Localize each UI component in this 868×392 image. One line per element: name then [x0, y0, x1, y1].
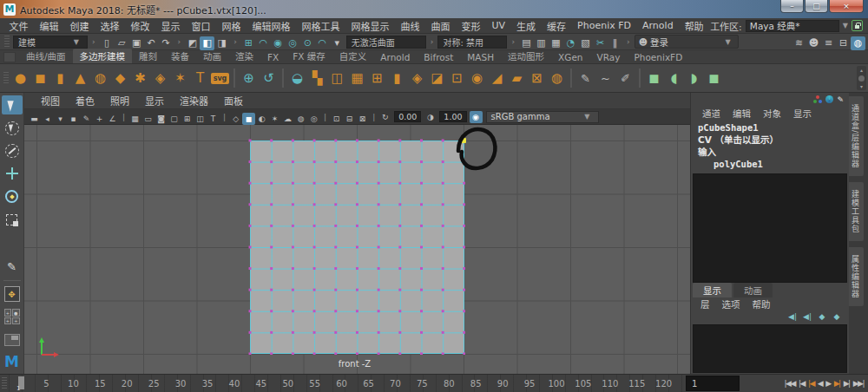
symmetry-field[interactable]: 对称: 禁用 [437, 36, 507, 49]
display-toggle-icon[interactable] [813, 95, 822, 103]
new-empty-layer-icon[interactable]: ◀| [787, 310, 798, 323]
channel-box-menu-item[interactable]: 编辑 [727, 107, 757, 120]
panel-menu-item[interactable]: 面板 [216, 94, 251, 108]
panel-menu-item[interactable]: 照明 [102, 94, 137, 108]
channel-box-menu-item[interactable]: 通道 [696, 107, 727, 120]
step-forward-frame-button[interactable]: ▶| [843, 378, 851, 389]
sculpt-cube-icon[interactable]: ◼ [704, 68, 724, 88]
shelf-tab[interactable]: 雕刻 [132, 49, 164, 63]
panel-menu-item[interactable]: 渲染器 [172, 94, 216, 108]
pose-editor-icon[interactable]: ≡ [821, 36, 836, 50]
menu-item[interactable]: Phoenix FD [572, 20, 637, 31]
poly-cylinder-icon[interactable]: ▮ [50, 68, 70, 88]
scale-tool-button[interactable] [2, 210, 23, 229]
channel-list-area[interactable] [693, 173, 847, 283]
four-view-layout-button[interactable]: ✥ [2, 284, 23, 304]
reduce-icon[interactable]: ◍ [547, 68, 567, 88]
pencil-curve-icon[interactable]: ✐ [615, 68, 635, 88]
selected-vertex[interactable] [461, 138, 466, 143]
reset-coords-icon[interactable]: ↺ [259, 68, 279, 88]
xray-joints-icon[interactable]: ⊠ [356, 113, 369, 125]
quad-draw-icon[interactable]: ◼ [644, 68, 664, 88]
rotate-tool-button[interactable] [2, 187, 23, 206]
bookmarks-icon[interactable]: ▪ [67, 113, 80, 125]
layer-editor-tab[interactable]: 显示 [693, 283, 732, 297]
channel-box-menu-item[interactable]: 对象 [757, 107, 787, 120]
go-to-end-button[interactable]: ▶▶| [852, 378, 865, 389]
timeline-scrubber[interactable]: 5101520253035404550556065707580859095100… [9, 375, 684, 392]
shelf-tab[interactable]: 曲线/曲面 [19, 49, 73, 63]
new-layer-options-icon[interactable]: ◆ [832, 310, 842, 323]
titlebar[interactable]: M Autodesk Maya 2018: 无标题* --- pCube1.vt… [0, 0, 868, 18]
pcube-front-face[interactable] [250, 140, 464, 354]
step-forward-key-button[interactable]: ▶| [833, 378, 841, 389]
menu-item[interactable]: 网格 [216, 19, 247, 33]
workspace-dropdown[interactable]: Maya 经典* [746, 20, 839, 32]
menu-item[interactable]: 编辑 [34, 19, 64, 33]
shelf-tab[interactable]: 自定义 [332, 49, 374, 63]
play-forwards-button[interactable]: ▶ [825, 378, 831, 389]
smooth-shade-icon[interactable]: ◼ [242, 113, 255, 125]
occlusion-icon[interactable]: ◍ [294, 113, 307, 125]
mirror-icon[interactable]: ◫ [327, 68, 347, 88]
grease-pencil-icon[interactable]: ∠ [106, 113, 119, 125]
shelf-icon[interactable] [570, 69, 572, 88]
toolbar-grip[interactable] [3, 72, 9, 84]
poly-cube-icon[interactable]: ◼ [30, 68, 50, 88]
poly-torus-icon[interactable]: ◍ [90, 68, 110, 88]
shelf-options-icon[interactable] [3, 52, 16, 62]
menu-item[interactable]: 变形 [456, 19, 486, 33]
go-to-start-button[interactable]: |◀◀ [784, 378, 796, 389]
viewport-canvas[interactable]: front -Z [24, 125, 690, 374]
resolution-gate-icon[interactable]: ◙ [155, 113, 168, 125]
shelf-tab[interactable]: FX [260, 51, 286, 63]
sidebar-tab[interactable]: 属性编辑器 [849, 247, 864, 306]
fill-hole-icon[interactable]: ▦ [347, 68, 367, 88]
platonic-solid-icon[interactable]: ◈ [150, 68, 170, 88]
single-pane-layout-button[interactable] [2, 330, 23, 350]
bevel-icon[interactable]: ◪ [427, 68, 447, 88]
motion-blur-icon[interactable]: ◎ [307, 113, 320, 125]
sculpt-relax-icon[interactable]: ◗ [684, 68, 704, 88]
shelf-tab[interactable]: 渲染 [228, 49, 260, 63]
close-button[interactable]: × [829, 0, 864, 13]
lock-camera-icon[interactable]: ◂ [41, 113, 54, 125]
shelf-tab[interactable]: 动画 [196, 49, 228, 63]
menu-item[interactable]: 显示 [155, 19, 186, 33]
layer-list-area[interactable] [693, 324, 847, 373]
component-row[interactable]: CV （单击以显示） [698, 134, 849, 146]
shelf-tab[interactable]: VRay [590, 51, 628, 63]
scroll-knob[interactable] [858, 75, 865, 82]
combine-icon[interactable]: ◒ [287, 68, 307, 88]
section-divider-icon[interactable]: › [624, 37, 633, 46]
poly-disc-icon[interactable]: ✱ [130, 68, 150, 88]
menu-item[interactable]: 曲面 [425, 19, 456, 33]
current-frame-field[interactable]: 1 [686, 376, 740, 391]
paint-select-tool-button[interactable] [2, 141, 23, 160]
minimize-button[interactable]: – [780, 0, 804, 13]
shelf-tab[interactable]: Arnold [373, 51, 417, 63]
new-layer-icon[interactable]: ◀| [802, 310, 812, 323]
textured-icon[interactable]: ◐ [255, 113, 268, 125]
grid-toggle-icon[interactable]: ▦ [128, 113, 141, 125]
menu-item[interactable]: 文件 [3, 19, 34, 33]
channel-box-menu-item[interactable]: 显示 [787, 107, 818, 120]
menu-item[interactable]: 帮助 [679, 19, 709, 33]
ep-curve-icon[interactable]: ✎ [575, 68, 595, 88]
shelf-tab[interactable]: Bifrost [417, 51, 460, 63]
login-dropdown[interactable]: ☻ 登录 ▼ [635, 35, 739, 49]
menu-item[interactable]: 曲线 [395, 19, 425, 33]
scroll-down-icon[interactable]: ▾ [860, 83, 863, 89]
view-transform-dropdown[interactable]: sRGB gamma ▼ [486, 111, 599, 123]
menu-item[interactable]: 缓存 [542, 19, 572, 33]
character-controls-icon[interactable]: ☻ [806, 36, 821, 50]
sidebar-tab[interactable]: 建模工具包 [849, 182, 864, 241]
menu-item[interactable]: 创建 [64, 19, 95, 33]
layer-menu-item[interactable]: 层 [694, 297, 716, 310]
separate-icon[interactable]: ▚ [307, 68, 327, 88]
cv-curve-icon[interactable]: ~ [595, 68, 615, 88]
layer-editor-tab[interactable]: 动画 [733, 283, 773, 297]
edit-pencil-icon[interactable]: ✎ [837, 95, 844, 104]
editor-layout-icon[interactable]: ⊟ [836, 36, 851, 50]
shape-node-name[interactable]: pCubeShape1 [698, 121, 849, 134]
